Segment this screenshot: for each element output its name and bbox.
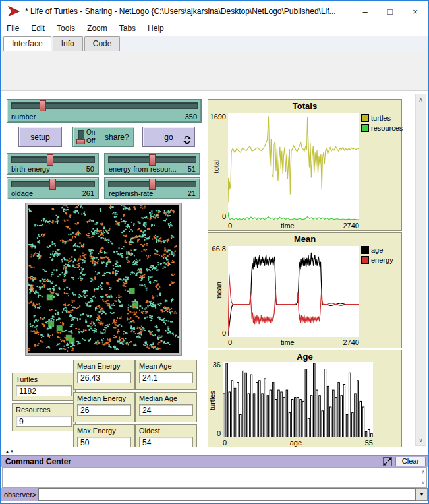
slider-handle[interactable]	[149, 179, 156, 190]
go-button[interactable]: go	[142, 127, 195, 147]
close-button[interactable]: ×	[403, 1, 428, 21]
window-title: * Life of Turtles - Sharing - NetLogo {C…	[25, 7, 353, 16]
y-axis-max: 36	[208, 361, 221, 369]
expand-icon[interactable]	[383, 457, 392, 466]
command-center-splitter[interactable]: ▲▼	[1, 447, 428, 455]
slider-birth-energy[interactable]: birth-energy50	[7, 153, 99, 175]
menu-edit[interactable]: Edit	[31, 24, 45, 33]
clear-button[interactable]: Clear	[395, 457, 426, 466]
slider-handle[interactable]	[49, 179, 56, 190]
legend-swatch-age	[361, 246, 369, 254]
slider-number[interactable]: number350	[7, 99, 202, 123]
slider-handle[interactable]	[149, 154, 156, 166]
y-axis-label: mean	[215, 282, 223, 300]
setup-button[interactable]: setup	[18, 127, 62, 147]
scroll-up-icon[interactable]: ∧	[421, 469, 425, 475]
monitor-mean-energy: Mean Energy26.43	[73, 360, 135, 390]
menu-bar: File Edit Tools Zoom Tabs Help	[1, 21, 428, 36]
tab-info[interactable]: Info	[53, 36, 83, 51]
command-input-row: observer> ▼	[1, 488, 428, 501]
forever-icon	[183, 136, 191, 144]
y-axis-min: 0	[208, 329, 226, 337]
y-axis-max: 1690	[208, 113, 226, 121]
y-axis-label: turtles	[208, 391, 216, 410]
plot-title: Totals	[208, 101, 401, 111]
plot-title: Mean	[208, 234, 401, 244]
slider-track	[11, 102, 198, 109]
monitor-turtles: Turtles1182	[12, 373, 76, 401]
command-center-header: Command Center Clear	[1, 455, 428, 467]
monitor-median-energy: Median Energy26	[73, 392, 135, 422]
monitor-median-age: Median Age24	[135, 392, 197, 422]
netlogo-logo-icon	[7, 5, 21, 18]
menu-tabs[interactable]: Tabs	[119, 24, 136, 33]
switch-on-label: On	[86, 128, 95, 137]
legend-swatch-resources	[361, 124, 369, 132]
plot-totals: Totals 1690 0 total 0 time 2740 turtles …	[208, 99, 402, 231]
vertical-scrollbar[interactable]: ∧ ∨	[415, 94, 426, 446]
command-input[interactable]	[38, 488, 416, 501]
plot-canvas	[228, 246, 359, 337]
world-view[interactable]	[25, 203, 182, 356]
switch-off-label: Off	[86, 137, 95, 145]
netlogo-window: * Life of Turtles - Sharing - NetLogo {C…	[0, 0, 429, 504]
command-center-output[interactable]: ∧ ∨	[2, 467, 427, 488]
scroll-up-icon[interactable]: ∧	[416, 94, 426, 105]
plot-legend: age energy	[361, 246, 393, 264]
history-dropdown-button[interactable]: ▼	[416, 488, 428, 501]
interface-canvas: number350 setup On Off share? go birth-e…	[1, 91, 428, 447]
legend-swatch-energy	[361, 256, 369, 264]
monitor-resources: Resources9	[12, 403, 76, 431]
plot-canvas	[228, 113, 359, 220]
tab-bar: Interface Info Code	[1, 36, 428, 51]
y-axis-label: total	[212, 160, 220, 173]
y-axis-max: 66.8	[208, 245, 226, 253]
slider-handle[interactable]	[47, 154, 53, 166]
switch-label: share?	[105, 133, 129, 142]
slider-replenish-rate[interactable]: replenish-rate21	[104, 177, 200, 199]
switch-knob[interactable]	[76, 139, 85, 144]
minimize-button[interactable]: –	[353, 1, 378, 21]
slider-energy-from-resources[interactable]: energy-from-resour...51	[104, 153, 200, 175]
plot-canvas	[223, 362, 373, 437]
monitor-mean-age: Mean Age24.1	[135, 360, 197, 390]
plot-legend: turtles resources	[361, 114, 403, 132]
splitter-arrows-icon[interactable]: ▲▼	[5, 449, 14, 453]
share-switch[interactable]: On Off share?	[72, 127, 134, 147]
interface-toolbar: Edit Delete + Add abc Button ▼ normal sp…	[1, 51, 428, 91]
slider-track	[108, 181, 196, 187]
observer-prompt: observer>	[1, 491, 38, 499]
x-axis: 0 age 55	[223, 439, 373, 447]
menu-tools[interactable]: Tools	[57, 24, 75, 33]
menu-zoom[interactable]: Zoom	[87, 24, 107, 33]
maximize-button[interactable]: □	[378, 1, 403, 21]
world-view-canvas[interactable]	[28, 205, 179, 353]
x-axis: 0 time 2740	[228, 338, 359, 346]
scroll-down-icon[interactable]: ∨	[421, 480, 425, 486]
y-axis-min: 0	[208, 429, 221, 437]
plot-mean: Mean 66.8 0 mean 0 time 2740 age energy	[208, 232, 402, 348]
plot-age: Age 36 0 turtles 0 age 55	[208, 350, 402, 450]
menu-help[interactable]: Help	[148, 24, 164, 33]
tab-interface[interactable]: Interface	[3, 36, 51, 51]
slider-track	[108, 156, 196, 163]
y-axis-min: 0	[208, 212, 226, 220]
x-axis: 0 time 2740	[228, 222, 359, 230]
plot-title: Age	[208, 352, 401, 362]
legend-swatch-turtles	[361, 114, 369, 122]
tab-code[interactable]: Code	[84, 36, 121, 51]
slider-handle[interactable]	[40, 100, 46, 111]
slider-track	[11, 156, 95, 163]
title-bar: * Life of Turtles - Sharing - NetLogo {C…	[1, 1, 428, 21]
slider-oldage[interactable]: oldage261	[7, 177, 99, 199]
scroll-down-icon[interactable]: ∨	[416, 435, 426, 445]
menu-file[interactable]: File	[7, 24, 19, 33]
slider-track	[11, 181, 95, 187]
